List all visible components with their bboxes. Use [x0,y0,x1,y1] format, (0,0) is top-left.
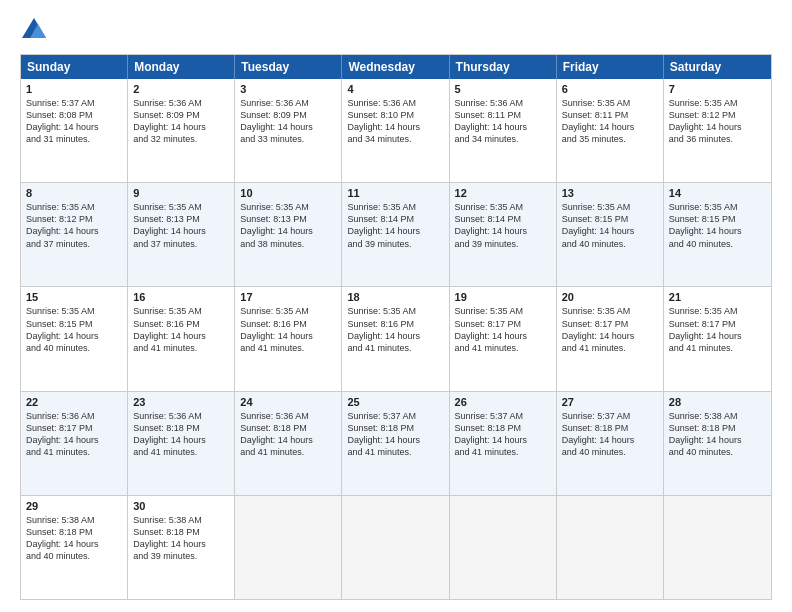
calendar-row: 15Sunrise: 5:35 AM Sunset: 8:15 PM Dayli… [21,286,771,390]
day-info: Sunrise: 5:35 AM Sunset: 8:15 PM Dayligh… [26,305,122,354]
day-number: 17 [240,291,336,303]
day-number: 22 [26,396,122,408]
calendar-cell: 29Sunrise: 5:38 AM Sunset: 8:18 PM Dayli… [21,496,128,599]
calendar-cell: 7Sunrise: 5:35 AM Sunset: 8:12 PM Daylig… [664,79,771,182]
calendar-cell: 17Sunrise: 5:35 AM Sunset: 8:16 PM Dayli… [235,287,342,390]
day-number: 2 [133,83,229,95]
day-number: 9 [133,187,229,199]
day-number: 23 [133,396,229,408]
day-info: Sunrise: 5:38 AM Sunset: 8:18 PM Dayligh… [133,514,229,563]
day-number: 16 [133,291,229,303]
day-number: 26 [455,396,551,408]
calendar-cell: 20Sunrise: 5:35 AM Sunset: 8:17 PM Dayli… [557,287,664,390]
day-info: Sunrise: 5:37 AM Sunset: 8:08 PM Dayligh… [26,97,122,146]
day-number: 25 [347,396,443,408]
day-info: Sunrise: 5:38 AM Sunset: 8:18 PM Dayligh… [669,410,766,459]
day-info: Sunrise: 5:36 AM Sunset: 8:09 PM Dayligh… [240,97,336,146]
calendar-cell: 15Sunrise: 5:35 AM Sunset: 8:15 PM Dayli… [21,287,128,390]
calendar-row: 1Sunrise: 5:37 AM Sunset: 8:08 PM Daylig… [21,79,771,182]
calendar-cell: 22Sunrise: 5:36 AM Sunset: 8:17 PM Dayli… [21,392,128,495]
day-number: 15 [26,291,122,303]
calendar-cell: 27Sunrise: 5:37 AM Sunset: 8:18 PM Dayli… [557,392,664,495]
header-day: Thursday [450,55,557,79]
calendar-cell: 23Sunrise: 5:36 AM Sunset: 8:18 PM Dayli… [128,392,235,495]
calendar-body: 1Sunrise: 5:37 AM Sunset: 8:08 PM Daylig… [21,79,771,599]
calendar-cell: 30Sunrise: 5:38 AM Sunset: 8:18 PM Dayli… [128,496,235,599]
header-day: Monday [128,55,235,79]
day-info: Sunrise: 5:36 AM Sunset: 8:18 PM Dayligh… [133,410,229,459]
day-info: Sunrise: 5:37 AM Sunset: 8:18 PM Dayligh… [455,410,551,459]
header-day: Sunday [21,55,128,79]
day-info: Sunrise: 5:36 AM Sunset: 8:10 PM Dayligh… [347,97,443,146]
day-number: 3 [240,83,336,95]
logo-icon [20,16,48,44]
calendar-cell: 5Sunrise: 5:36 AM Sunset: 8:11 PM Daylig… [450,79,557,182]
day-info: Sunrise: 5:35 AM Sunset: 8:11 PM Dayligh… [562,97,658,146]
calendar-row: 22Sunrise: 5:36 AM Sunset: 8:17 PM Dayli… [21,391,771,495]
calendar-cell: 16Sunrise: 5:35 AM Sunset: 8:16 PM Dayli… [128,287,235,390]
calendar-cell: 3Sunrise: 5:36 AM Sunset: 8:09 PM Daylig… [235,79,342,182]
calendar-cell: 14Sunrise: 5:35 AM Sunset: 8:15 PM Dayli… [664,183,771,286]
day-info: Sunrise: 5:35 AM Sunset: 8:17 PM Dayligh… [669,305,766,354]
calendar-cell: 19Sunrise: 5:35 AM Sunset: 8:17 PM Dayli… [450,287,557,390]
calendar-row: 29Sunrise: 5:38 AM Sunset: 8:18 PM Dayli… [21,495,771,599]
day-info: Sunrise: 5:36 AM Sunset: 8:11 PM Dayligh… [455,97,551,146]
day-number: 5 [455,83,551,95]
header-day: Friday [557,55,664,79]
day-number: 4 [347,83,443,95]
day-info: Sunrise: 5:35 AM Sunset: 8:14 PM Dayligh… [455,201,551,250]
day-number: 11 [347,187,443,199]
calendar-cell: 2Sunrise: 5:36 AM Sunset: 8:09 PM Daylig… [128,79,235,182]
day-info: Sunrise: 5:37 AM Sunset: 8:18 PM Dayligh… [347,410,443,459]
day-number: 8 [26,187,122,199]
day-number: 18 [347,291,443,303]
calendar-cell: 28Sunrise: 5:38 AM Sunset: 8:18 PM Dayli… [664,392,771,495]
calendar-cell: 12Sunrise: 5:35 AM Sunset: 8:14 PM Dayli… [450,183,557,286]
day-info: Sunrise: 5:35 AM Sunset: 8:17 PM Dayligh… [562,305,658,354]
day-number: 27 [562,396,658,408]
day-info: Sunrise: 5:35 AM Sunset: 8:13 PM Dayligh… [240,201,336,250]
day-number: 30 [133,500,229,512]
day-number: 13 [562,187,658,199]
day-info: Sunrise: 5:35 AM Sunset: 8:12 PM Dayligh… [26,201,122,250]
day-number: 1 [26,83,122,95]
logo [20,16,52,44]
calendar-cell [664,496,771,599]
calendar-cell: 8Sunrise: 5:35 AM Sunset: 8:12 PM Daylig… [21,183,128,286]
calendar-cell: 11Sunrise: 5:35 AM Sunset: 8:14 PM Dayli… [342,183,449,286]
day-info: Sunrise: 5:35 AM Sunset: 8:14 PM Dayligh… [347,201,443,250]
day-number: 19 [455,291,551,303]
calendar-cell: 26Sunrise: 5:37 AM Sunset: 8:18 PM Dayli… [450,392,557,495]
day-info: Sunrise: 5:35 AM Sunset: 8:16 PM Dayligh… [133,305,229,354]
calendar-cell: 13Sunrise: 5:35 AM Sunset: 8:15 PM Dayli… [557,183,664,286]
day-number: 10 [240,187,336,199]
calendar-cell: 24Sunrise: 5:36 AM Sunset: 8:18 PM Dayli… [235,392,342,495]
calendar-header: SundayMondayTuesdayWednesdayThursdayFrid… [21,55,771,79]
calendar-cell [557,496,664,599]
day-number: 6 [562,83,658,95]
calendar-cell: 1Sunrise: 5:37 AM Sunset: 8:08 PM Daylig… [21,79,128,182]
calendar-cell: 4Sunrise: 5:36 AM Sunset: 8:10 PM Daylig… [342,79,449,182]
day-info: Sunrise: 5:36 AM Sunset: 8:17 PM Dayligh… [26,410,122,459]
header [20,16,772,44]
day-number: 20 [562,291,658,303]
day-number: 21 [669,291,766,303]
day-number: 14 [669,187,766,199]
day-info: Sunrise: 5:36 AM Sunset: 8:09 PM Dayligh… [133,97,229,146]
calendar-cell [342,496,449,599]
calendar-cell: 18Sunrise: 5:35 AM Sunset: 8:16 PM Dayli… [342,287,449,390]
calendar: SundayMondayTuesdayWednesdayThursdayFrid… [20,54,772,600]
day-number: 29 [26,500,122,512]
day-number: 28 [669,396,766,408]
day-number: 24 [240,396,336,408]
day-info: Sunrise: 5:35 AM Sunset: 8:13 PM Dayligh… [133,201,229,250]
day-info: Sunrise: 5:35 AM Sunset: 8:16 PM Dayligh… [347,305,443,354]
calendar-cell: 25Sunrise: 5:37 AM Sunset: 8:18 PM Dayli… [342,392,449,495]
calendar-row: 8Sunrise: 5:35 AM Sunset: 8:12 PM Daylig… [21,182,771,286]
calendar-cell: 10Sunrise: 5:35 AM Sunset: 8:13 PM Dayli… [235,183,342,286]
day-info: Sunrise: 5:35 AM Sunset: 8:12 PM Dayligh… [669,97,766,146]
page: SundayMondayTuesdayWednesdayThursdayFrid… [0,0,792,612]
day-info: Sunrise: 5:36 AM Sunset: 8:18 PM Dayligh… [240,410,336,459]
day-info: Sunrise: 5:38 AM Sunset: 8:18 PM Dayligh… [26,514,122,563]
calendar-cell: 6Sunrise: 5:35 AM Sunset: 8:11 PM Daylig… [557,79,664,182]
